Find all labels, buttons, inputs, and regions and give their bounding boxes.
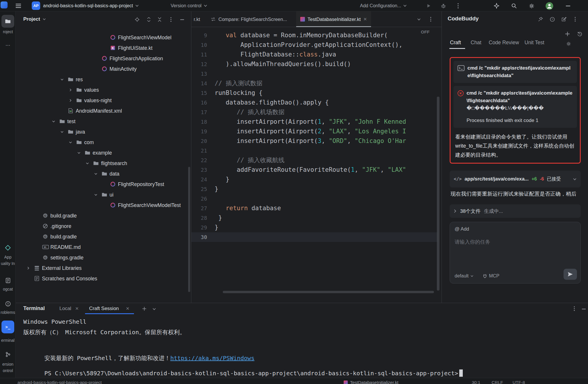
editor-tab-compare[interactable]: Compare: FlightSearchScreen...	[206, 11, 291, 27]
code-line[interactable]: // 插入机场数据	[215, 107, 285, 117]
line-number[interactable]: 26	[191, 194, 207, 203]
tree-item[interactable]: values	[16, 85, 188, 95]
line-number[interactable]: 11	[191, 50, 207, 59]
line-ending-widget[interactable]: CRLF	[492, 378, 503, 384]
project-tool-button[interactable]	[1, 15, 14, 28]
file-change-chip[interactable]: </> app/src/test/java/com/exa... +6 -6 已…	[450, 171, 581, 187]
tree-item[interactable]: FlightSearchViewModel	[16, 32, 188, 43]
line-number[interactable]: 20	[191, 136, 207, 146]
code-area[interactable]: 9101112131415161718192021222324252627282…	[191, 27, 442, 303]
tree-item[interactable]: example	[16, 148, 188, 158]
chevron-down-icon[interactable]	[94, 172, 98, 176]
editor-options-button[interactable]	[428, 16, 434, 22]
line-number[interactable]: 27	[191, 203, 207, 213]
terminal-tool-button[interactable]: >_	[1, 321, 14, 333]
craft-settings-button[interactable]	[565, 40, 572, 47]
code-line[interactable]: }	[215, 223, 218, 232]
code-line[interactable]: val database = Room.inMemoryDatabaseBuil…	[215, 31, 388, 40]
chevron-down-icon[interactable]	[68, 140, 73, 144]
code-line[interactable]: ApplicationProvider.getApplicationContex…	[215, 40, 402, 50]
tree-item[interactable]: Scratches and Consoles	[16, 273, 188, 284]
more-actions-button[interactable]	[455, 2, 461, 9]
code-line[interactable]: }	[215, 213, 222, 223]
chevron-down-icon[interactable]	[85, 161, 89, 165]
tab-craft[interactable]: Craft	[450, 36, 461, 49]
encoding-widget[interactable]: UTF-8	[513, 378, 525, 384]
main-menu-button[interactable]	[14, 2, 23, 10]
more-tool-windows-button[interactable]: ...	[0, 40, 16, 47]
tree-item[interactable]: Gbuild.gradle	[16, 231, 188, 242]
code-line[interactable]: insertAirport(Airport(2, "LAX", "Los Ang…	[215, 127, 406, 136]
chevron-right-icon[interactable]	[68, 88, 73, 92]
tree-item[interactable]: FlightSearchApplication	[16, 53, 188, 64]
code-line[interactable]: }	[215, 175, 229, 184]
problems-button[interactable]	[1, 297, 14, 310]
search-everywhere-button[interactable]	[510, 2, 518, 10]
pin-button[interactable]	[537, 16, 544, 22]
line-number[interactable]: 25	[191, 184, 207, 194]
line-number[interactable]: 10	[191, 40, 207, 50]
chevron-down-icon[interactable]	[60, 77, 64, 82]
codebuddy-options-button[interactable]	[572, 16, 578, 22]
user-avatar[interactable]	[545, 2, 553, 10]
tab-unit-test[interactable]: Unit Test	[525, 36, 544, 49]
tree-item[interactable]: values-night	[16, 95, 188, 106]
app-quality-label-2[interactable]: uality In	[0, 261, 16, 266]
tree-item[interactable]: .gitignore	[16, 221, 188, 231]
tree-item[interactable]: MAndroidManifest.xml	[16, 106, 188, 116]
code-line[interactable]: ).allowMainThreadQueries().build()	[215, 59, 351, 69]
select-opened-file-button[interactable]	[134, 16, 140, 23]
line-number[interactable]: 13	[191, 69, 207, 79]
tree-item[interactable]: ui	[16, 190, 188, 200]
line-number[interactable]: 14	[191, 79, 207, 88]
terminal-tab-local[interactable]: Local	[59, 306, 71, 312]
terminal-tab-craft-session[interactable]: Craft Session	[89, 306, 119, 312]
run-configuration-selector[interactable]: Add Configuration...	[360, 0, 407, 11]
help-button[interactable]: ?	[549, 16, 555, 22]
line-number[interactable]: 17	[191, 107, 207, 117]
editor-horizontal-scrollbar[interactable]	[223, 291, 434, 293]
settings-button[interactable]	[528, 2, 535, 10]
tree-item[interactable]: flightsearch	[16, 158, 188, 169]
project-tool-label[interactable]: roject	[0, 29, 16, 34]
send-button[interactable]	[564, 269, 577, 280]
code-line[interactable]: database.flightDao().apply {	[215, 98, 329, 107]
problems-label[interactable]: roblems	[0, 310, 16, 315]
chevron-right-icon[interactable]	[26, 266, 30, 270]
app-quality-insights-button[interactable]	[1, 241, 14, 254]
debug-button[interactable]	[440, 2, 447, 9]
chevron-down-icon[interactable]	[77, 151, 81, 155]
chevron-down-icon[interactable]	[52, 119, 56, 123]
version-control-button[interactable]	[1, 348, 14, 361]
chevron-right-icon[interactable]	[68, 98, 73, 102]
line-number[interactable]: 19	[191, 127, 207, 136]
line-number[interactable]: 22	[191, 155, 207, 165]
add-session-button[interactable]	[564, 31, 571, 37]
terminal-tool-label[interactable]: erminal	[0, 338, 16, 343]
logcat-button[interactable]	[1, 274, 14, 287]
tree-item[interactable]: res	[16, 74, 188, 85]
tree-item[interactable]: KFlightUiState.kt	[16, 43, 188, 53]
tab-chat[interactable]: Chat	[471, 36, 481, 49]
terminal-panel-title[interactable]: Terminal	[23, 305, 45, 312]
generating-files-row[interactable]: 38个文件 生成中...	[450, 204, 581, 218]
code-line[interactable]: insertAirport(Airport(3, "ORD", "Chicago…	[215, 136, 406, 146]
chevron-down-icon[interactable]	[94, 193, 98, 197]
expand-selection-button[interactable]	[146, 16, 152, 23]
line-number[interactable]: 28	[191, 213, 207, 223]
project-scrollbar[interactable]	[188, 167, 190, 292]
tree-item[interactable]: MainActivity	[16, 64, 188, 74]
terminal-tab-dropdown-button[interactable]	[151, 306, 157, 312]
tree-item[interactable]: Gbuild.gradle	[16, 210, 188, 221]
code-line[interactable]: // 插入收藏航线	[215, 155, 285, 165]
app-quality-label-1[interactable]: App	[0, 255, 16, 259]
tree-item[interactable]: External Libraries	[16, 263, 188, 273]
chevron-down-icon[interactable]	[60, 130, 64, 134]
tab-code-review[interactable]: Code Review	[489, 36, 519, 49]
caret-position-widget[interactable]: 30:1	[472, 378, 480, 384]
line-number[interactable]: 12	[191, 59, 207, 69]
collapse-all-button[interactable]	[156, 16, 163, 23]
hidden-tabs-button[interactable]	[416, 16, 422, 22]
line-number[interactable]: 29	[191, 223, 207, 232]
line-number[interactable]: 24	[191, 175, 207, 184]
